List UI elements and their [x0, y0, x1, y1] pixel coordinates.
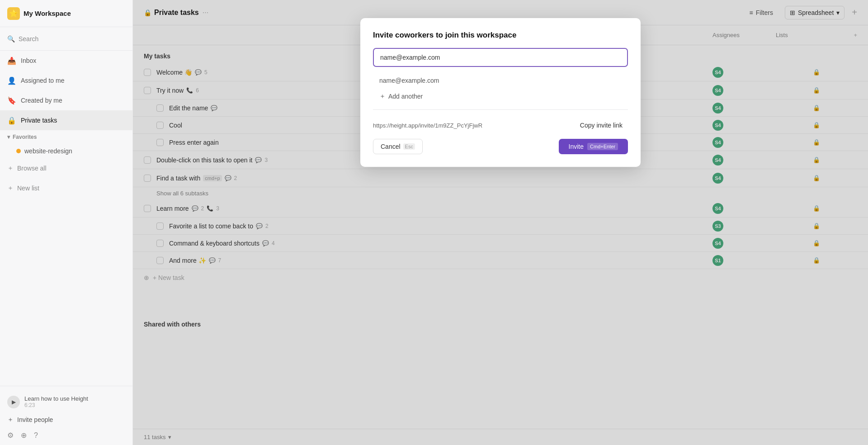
learn-how-label: Learn how to use Height [24, 395, 88, 402]
sidebar-item-created[interactable]: 🔖 Created by me [0, 90, 132, 110]
sidebar-header[interactable]: ⭐ My Workspace [0, 0, 132, 27]
add-another-label: Add another [388, 93, 423, 100]
sidebar-item-label: Private tasks [21, 117, 57, 124]
search-button[interactable]: 🔍 Search [0, 27, 132, 51]
new-list-label: New list [17, 185, 39, 192]
modal-actions: Cancel Esc Invite Cmd+Enter [373, 139, 628, 154]
help-icon[interactable]: ? [34, 431, 38, 440]
invite-modal: Invite coworkers to join this workspace … [360, 18, 641, 167]
sidebar-item-website-redesign[interactable]: website-redesign [0, 144, 132, 158]
favorite-label: website-redesign [24, 147, 72, 155]
inbox-icon: 📥 [7, 57, 16, 65]
sidebar-item-label: Created by me [21, 97, 62, 104]
settings-icon[interactable]: ⚙ [7, 431, 14, 440]
invite-label: Invite people [17, 416, 53, 423]
email-input[interactable] [380, 54, 621, 61]
assigned-icon: 👤 [7, 76, 16, 85]
learn-version: 6:23 [24, 402, 88, 408]
cancel-label: Cancel [381, 143, 401, 150]
invite-people-button[interactable]: ＋ Invite people [7, 412, 125, 427]
second-email-display: name@example.com [373, 72, 628, 89]
sidebar-bottom: ▶ Learn how to use Height 6:23 ＋ Invite … [0, 386, 132, 445]
sidebar-item-inbox[interactable]: 📥 Inbox [0, 51, 132, 71]
email-input-wrapper[interactable] [373, 48, 628, 67]
cancel-shortcut: Esc [403, 143, 415, 150]
invite-link-row: https://height.app/invite/1m9ZZ_PcYjFjwR… [373, 115, 628, 135]
browse-all-label: Browse all [17, 165, 47, 172]
sidebar: ⭐ My Workspace 🔍 Search 📥 Inbox 👤 Assign… [0, 0, 133, 445]
plus-icon: ＋ [379, 92, 386, 100]
invite-label: Invite [569, 143, 584, 150]
sidebar-item-label: Inbox [21, 57, 36, 64]
new-list-button[interactable]: ＋ New list [0, 178, 132, 198]
invite-button[interactable]: Invite Cmd+Enter [559, 139, 628, 154]
learn-how-button[interactable]: ▶ Learn how to use Height 6:23 [7, 392, 125, 412]
divider [373, 109, 628, 110]
main-content: 🔒 Private tasks ··· ≡ Filters ⊞ Spreadsh… [133, 0, 868, 445]
footer-icons: ⚙ ⊕ ? [7, 427, 125, 440]
play-icon: ▶ [7, 396, 20, 408]
sidebar-item-private[interactable]: 🔒 Private tasks [0, 110, 132, 130]
plus-icon: ＋ [7, 164, 14, 172]
workspace-icon: ⭐ [7, 7, 20, 20]
search-icon: 🔍 [7, 35, 15, 43]
learn-text: Learn how to use Height 6:23 [24, 395, 88, 408]
workspace-name: My Workspace [24, 9, 71, 17]
new-list-icon: ＋ [7, 184, 14, 192]
favorites-section[interactable]: ▾ Favorites [0, 130, 132, 144]
cancel-button[interactable]: Cancel Esc [373, 139, 423, 154]
invite-icon: ＋ [7, 416, 14, 424]
sidebar-item-label: Assigned to me [21, 77, 65, 84]
copy-link-button[interactable]: Copy invite link [575, 119, 628, 132]
favorite-dot [16, 149, 21, 153]
modal-overlay: Invite coworkers to join this workspace … [133, 0, 868, 445]
invite-link-url: https://height.app/invite/1m9ZZ_PcYjFjwR [373, 122, 482, 129]
chevron-down-icon: ▾ [7, 134, 10, 140]
created-icon: 🔖 [7, 96, 16, 105]
invite-shortcut: Cmd+Enter [587, 143, 618, 150]
browse-all-button[interactable]: ＋ Browse all [0, 158, 132, 178]
modal-title: Invite coworkers to join this workspace [373, 31, 628, 40]
sidebar-item-assigned[interactable]: 👤 Assigned to me [0, 71, 132, 90]
add-another-button[interactable]: ＋ Add another [373, 90, 628, 102]
add-icon[interactable]: ⊕ [21, 431, 27, 440]
favorites-label: Favorites [13, 134, 37, 140]
private-icon: 🔒 [7, 116, 16, 125]
search-label: Search [19, 35, 38, 43]
